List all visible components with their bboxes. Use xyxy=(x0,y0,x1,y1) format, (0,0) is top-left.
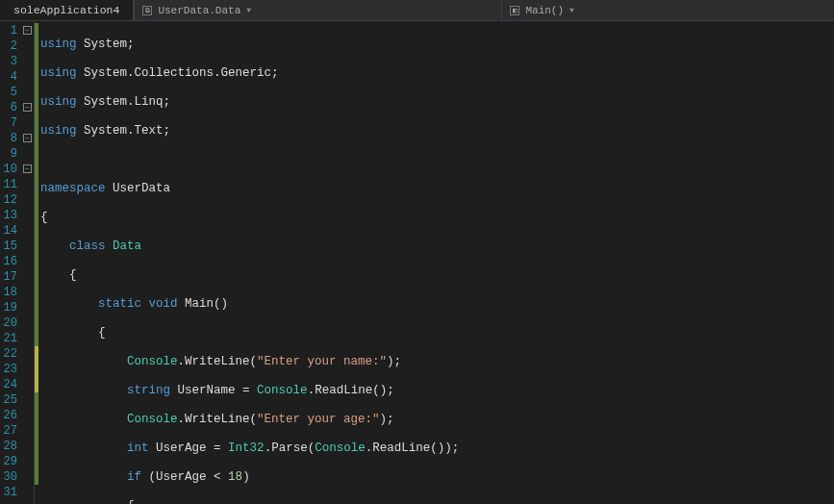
line-number: 23 xyxy=(0,362,17,377)
fold-cell[interactable] xyxy=(21,85,34,100)
fold-cell[interactable] xyxy=(21,192,34,208)
line-number: 27 xyxy=(0,423,17,439)
line-number: 30 xyxy=(0,469,17,485)
nav-class-label: UserData.Data xyxy=(158,5,240,16)
code-text-area[interactable]: using System; using System.Collections.G… xyxy=(38,21,834,504)
nav-class-dropdown[interactable]: ⧉ UserData.Data ▼ xyxy=(134,0,501,20)
fold-cell[interactable]: − xyxy=(21,100,34,115)
line-number: 25 xyxy=(0,392,17,408)
fold-gutter[interactable]: −−−− xyxy=(21,21,35,504)
fold-cell[interactable]: − xyxy=(21,162,34,177)
line-number: 9 xyxy=(0,146,17,162)
fold-cell[interactable] xyxy=(21,377,34,392)
line-number: 17 xyxy=(0,269,17,285)
fold-cell[interactable] xyxy=(21,223,34,239)
line-number: 2 xyxy=(0,38,17,54)
line-number: 1 xyxy=(0,23,17,38)
fold-toggle-icon[interactable]: − xyxy=(23,26,32,35)
fold-cell[interactable] xyxy=(21,300,34,315)
line-number: 26 xyxy=(0,408,17,423)
fold-cell[interactable] xyxy=(21,469,34,485)
fold-cell[interactable] xyxy=(21,115,34,131)
fold-cell[interactable] xyxy=(21,408,34,423)
fold-cell[interactable] xyxy=(21,54,34,69)
fold-toggle-icon[interactable]: − xyxy=(23,164,32,173)
line-number: 7 xyxy=(0,115,17,131)
line-number: 11 xyxy=(0,177,17,192)
fold-cell[interactable] xyxy=(21,38,34,54)
fold-cell[interactable] xyxy=(21,423,34,439)
chevron-down-icon: ▼ xyxy=(246,6,251,14)
line-number: 24 xyxy=(0,377,17,392)
tab-label: soleApplication4 xyxy=(13,4,119,16)
fold-cell[interactable] xyxy=(21,485,34,500)
fold-toggle-icon[interactable]: − xyxy=(23,103,32,112)
fold-cell[interactable] xyxy=(21,362,34,377)
fold-cell[interactable] xyxy=(21,254,34,269)
line-number: 6 xyxy=(0,100,17,115)
line-number: 29 xyxy=(0,454,17,469)
line-number: 18 xyxy=(0,285,17,300)
fold-cell[interactable] xyxy=(21,69,34,85)
nav-method-label: Main() xyxy=(525,5,564,16)
line-number: 22 xyxy=(0,346,17,362)
class-icon: ⧉ xyxy=(142,6,152,15)
line-number: 8 xyxy=(0,131,17,146)
line-number: 13 xyxy=(0,208,17,223)
fold-cell[interactable] xyxy=(21,269,34,285)
chevron-down-icon: ▼ xyxy=(569,6,574,14)
line-number: 14 xyxy=(0,223,17,239)
line-number: 19 xyxy=(0,300,17,315)
line-number: 4 xyxy=(0,69,17,85)
fold-cell[interactable] xyxy=(21,331,34,346)
method-icon: ◧ xyxy=(510,6,519,15)
line-number: 10 xyxy=(0,162,17,177)
fold-cell[interactable] xyxy=(21,439,34,454)
fold-cell[interactable] xyxy=(21,346,34,362)
line-number: 20 xyxy=(0,315,17,331)
line-number: 28 xyxy=(0,439,17,454)
fold-cell[interactable] xyxy=(21,239,34,254)
fold-cell[interactable]: − xyxy=(21,131,34,146)
line-number: 16 xyxy=(0,254,17,269)
line-number: 15 xyxy=(0,239,17,254)
fold-toggle-icon[interactable]: − xyxy=(23,134,32,142)
fold-cell[interactable]: − xyxy=(21,23,34,38)
fold-cell[interactable] xyxy=(21,392,34,408)
file-tab[interactable]: soleApplication4 xyxy=(0,0,133,20)
line-number: 21 xyxy=(0,331,17,346)
line-number: 3 xyxy=(0,54,17,69)
fold-cell[interactable] xyxy=(21,285,34,300)
line-number: 5 xyxy=(0,85,17,100)
fold-cell[interactable] xyxy=(21,208,34,223)
line-number: 31 xyxy=(0,485,17,500)
code-editor[interactable]: 1234567891011121314151617181920212223242… xyxy=(0,21,834,504)
fold-cell[interactable] xyxy=(21,146,34,162)
window-header: soleApplication4 ⧉ UserData.Data ▼ ◧ Mai… xyxy=(0,0,834,21)
fold-cell[interactable] xyxy=(21,315,34,331)
fold-cell[interactable] xyxy=(21,177,34,192)
fold-cell[interactable] xyxy=(21,454,34,469)
nav-method-dropdown[interactable]: ◧ Main() ▼ xyxy=(501,0,834,20)
line-number-gutter: 1234567891011121314151617181920212223242… xyxy=(0,21,21,504)
line-number: 12 xyxy=(0,192,17,208)
